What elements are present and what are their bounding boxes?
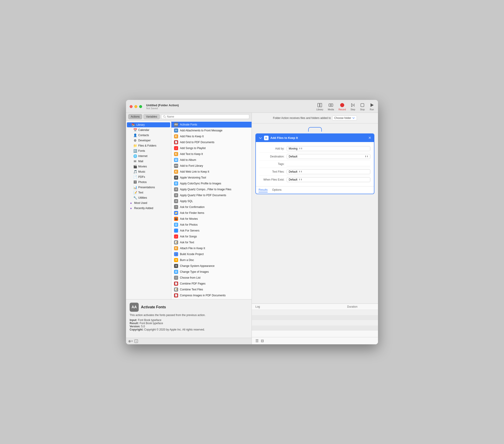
sidebar-item-pdfs[interactable]: 📄 PDFs [127, 175, 170, 179]
sidebar-item-label: Most Used [134, 201, 147, 205]
add-by-option: Moving [289, 147, 298, 150]
tab-options[interactable]: Options [272, 188, 281, 192]
list-item[interactable]: K Add Web Link to Keep It [171, 169, 252, 175]
add-by-row: Add by: Moving ⬆⬇ [259, 145, 370, 153]
text-files-value: Default ⬆⬇ [287, 169, 370, 174]
info-button[interactable] [134, 339, 138, 343]
sidebar-item-utilities[interactable]: 🔧 Utilities [127, 195, 170, 200]
list-item[interactable]: AA Add to Font Library [171, 163, 252, 169]
list-item[interactable]: ⚙ Change System Appearance [171, 263, 252, 269]
sidebar-item-calendar[interactable]: 📅 Calendar [127, 127, 170, 133]
sidebar-item-mail[interactable]: ✉ Mail [127, 159, 170, 164]
list-item[interactable]: K Add Text to Keep It [171, 151, 252, 157]
sidebar-item-internet[interactable]: 🌐 Internet [127, 154, 170, 159]
add-remove-button[interactable]: ⊕ ▾ [128, 339, 133, 343]
actions-list: AA Activate Fonts ✉ Add Attachments to F… [171, 121, 252, 299]
media-button[interactable]: Media [328, 103, 334, 111]
list-item[interactable]: ⚙ Apply Quartz Compo...Filter to Image F… [171, 186, 252, 192]
list-item[interactable]: 📝 Ask for Text [171, 239, 252, 245]
sidebar-item-files-folders[interactable]: 📁 Files & Folders [127, 143, 170, 148]
list-item[interactable]: 🎬 Ask for Movies [171, 216, 252, 222]
titlebar: Untitled (Folder Action) Not Saved Libra… [126, 100, 378, 113]
step-button[interactable]: Step [350, 103, 355, 111]
run-button[interactable]: Run [369, 103, 374, 111]
sidebar-item-label: Internet [138, 155, 147, 158]
list-item[interactable]: ☑ Choose from List [171, 275, 252, 281]
add-by-label: Add by: [259, 147, 284, 150]
maximize-button[interactable] [139, 105, 142, 108]
sidebar-item-contacts[interactable]: 👤 Contacts [127, 133, 170, 138]
log-footer: ☰ ⊟ [252, 337, 378, 344]
record-button[interactable]: Record [339, 103, 346, 111]
svg-rect-1 [320, 103, 322, 107]
list-item[interactable]: ⚙ Apply Quartz Filter to PDF Documents [171, 192, 252, 198]
action-icon: K [174, 246, 178, 250]
most-used-icon: ● [129, 201, 133, 205]
list-item[interactable]: ⚙ Apple Versioning Tool [171, 175, 252, 180]
choose-folder-button[interactable]: Choose folder [332, 116, 357, 121]
action-icon: K [174, 152, 178, 156]
actions-tab[interactable]: Actions [128, 114, 142, 119]
list-item[interactable]: ? Ask for Confirmation [171, 204, 252, 210]
list-item[interactable]: 🖼 Ask for Photos [171, 222, 252, 228]
library-button[interactable]: Library [316, 103, 324, 111]
minimize-button[interactable] [134, 105, 137, 108]
sidebar-item-recently-added[interactable]: ● Recently Added [127, 206, 170, 211]
tags-value [287, 162, 370, 166]
tab-results[interactable]: Results [259, 188, 268, 192]
sidebar-item-most-used[interactable]: ● Most Used [127, 200, 170, 205]
tags-input[interactable] [287, 162, 370, 166]
dropdown-arrow-icon: ⬆⬇ [299, 178, 302, 181]
add-by-select[interactable]: Moving ⬆⬇ [287, 146, 370, 151]
list-item[interactable]: ✉ Add Attachments to Front Message [171, 127, 252, 133]
sidebar-item-library[interactable]: ▼ 📚 Library [127, 122, 170, 127]
sidebar-item-photos[interactable]: 🖼 Photos [127, 180, 170, 185]
stop-button[interactable]: Stop [360, 103, 365, 111]
when-files-select[interactable]: Default ⬆⬇ [287, 177, 370, 182]
pdfs-icon: 📄 [133, 175, 137, 179]
list-item[interactable]: ⚙ Apply SQL [171, 198, 252, 204]
fonts-icon: 🔤 [133, 149, 137, 153]
list-item[interactable]: ☢ Burn a Disc [171, 257, 252, 263]
list-item[interactable]: 📄 Combine PDF Pages [171, 281, 252, 286]
list-item[interactable]: 📁 Ask for Finder Items [171, 210, 252, 216]
action-label: Ask for Photos [180, 223, 198, 226]
sidebar-item-movies[interactable]: 🎬 Movies [127, 164, 170, 169]
list-item[interactable]: 📄 Add Grid to PDF Documents [171, 139, 252, 145]
list-item[interactable]: K Add Files to Keep It [171, 133, 252, 139]
action-label: Add Grid to PDF Documents [180, 141, 214, 144]
list-item[interactable]: 🌐 Ask For Servers [171, 228, 252, 233]
sidebar-item-developer[interactable]: ⚙ Developer [127, 138, 170, 143]
window-subtitle: Not Saved [146, 107, 158, 110]
action-label: Apply Quartz Compo...Filter to Image Fil… [180, 188, 231, 191]
list-item[interactable]: 📝 Combine Text Files [171, 286, 252, 292]
close-button[interactable] [130, 105, 133, 108]
action-icon: 🎬 [174, 217, 178, 221]
collapse-icon[interactable] [259, 136, 262, 140]
action-icon: ⚙ [174, 187, 178, 191]
action-label: Apply ColorSync Profile to Images [180, 182, 221, 185]
variables-tab[interactable]: Variables [144, 114, 160, 119]
sidebar-item-presentations[interactable]: 📊 Presentations [127, 185, 170, 190]
log-list-button[interactable]: ☰ [255, 339, 259, 343]
list-item[interactable]: ♪ Add Songs to Playlist [171, 145, 252, 151]
sidebar-item-text[interactable]: 📝 Text [127, 190, 170, 195]
log-split-button[interactable]: ⊟ [261, 339, 264, 343]
card-close-button[interactable]: ✕ [368, 136, 371, 140]
workflow-area: K Add Files to Keep It ✕ Add by: Moving … [252, 124, 378, 303]
info-icon: AA [130, 303, 139, 312]
list-item[interactable]: AA Activate Fonts [171, 122, 252, 127]
list-item[interactable]: K Attach File in Keep It [171, 245, 252, 251]
list-item[interactable]: 📄 Compress Images in PDF Documents [171, 292, 252, 298]
search-input[interactable] [167, 115, 248, 118]
text-files-select[interactable]: Default ⬆⬇ [287, 169, 370, 174]
list-item[interactable]: 🖼 Change Type of Images [171, 269, 252, 275]
right-panel: Folder Action receives files and folders… [252, 113, 378, 344]
destination-select[interactable]: Default ⬆⬇ [287, 154, 370, 159]
list-item[interactable]: 🖼 Add to Album [171, 157, 252, 163]
list-item[interactable]: ♪ Ask for Songs [171, 233, 252, 239]
list-item[interactable]: 🔨 Build Xcode Project [171, 251, 252, 257]
sidebar-item-fonts[interactable]: 🔤 Fonts [127, 148, 170, 153]
list-item[interactable]: 🖼 Apply ColorSync Profile to Images [171, 180, 252, 186]
sidebar-item-music[interactable]: 🎵 Music [127, 169, 170, 174]
